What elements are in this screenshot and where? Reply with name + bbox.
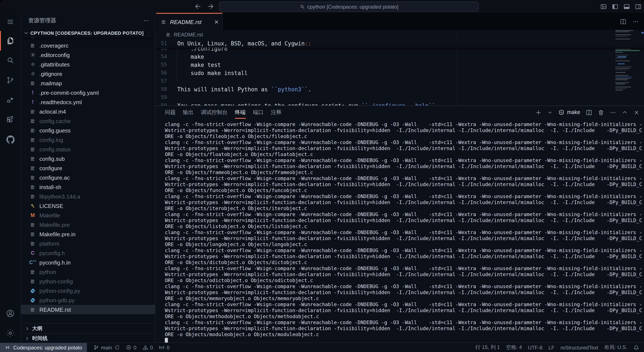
file-.pre-commit-config.yaml[interactable]: !.pre-commit-config.yaml — [21, 88, 155, 97]
makefile-icon: M — [30, 212, 36, 219]
panel-split-icon[interactable] — [586, 109, 592, 116]
file-aclocal.m4[interactable]: aclocal.m4 — [21, 107, 155, 116]
file-libpython3.14d.a[interactable]: libpython3.14d.a — [21, 192, 155, 201]
panel-tab-终端[interactable]: 终端 — [235, 106, 246, 119]
file-.gitattributes[interactable]: .gitattributes — [21, 60, 155, 69]
terminal-output[interactable]: clang -c -fno-strict-overflow -Wsign-com… — [156, 119, 644, 343]
panel-tab-输出[interactable]: 输出 — [183, 106, 194, 119]
file-config.status[interactable]: config.status — [21, 144, 155, 154]
file-pyconfig.h[interactable]: Cpyconfig.h — [21, 248, 155, 258]
panel-tab-端口[interactable]: 端口 — [253, 106, 264, 119]
file-config.sub[interactable]: config.sub — [21, 154, 155, 163]
status-notifications[interactable] — [630, 343, 642, 352]
file-pyconfig.h.in[interactable]: C++pyconfig.h.in — [21, 258, 155, 267]
minimap-bar — [615, 84, 625, 84]
breadcrumb[interactable]: README.rst — [156, 30, 644, 40]
file-config.guess[interactable]: config.guess — [21, 126, 155, 135]
file-.editorconfig[interactable]: .editorconfig — [21, 50, 155, 60]
file-label: python-config — [40, 278, 73, 284]
minimap-row — [615, 52, 641, 53]
status-errors[interactable]: 0 — [123, 343, 140, 352]
editor-more-actions-icon[interactable] — [632, 18, 639, 25]
file-label: Makefile — [40, 212, 60, 219]
titlebar-panel-bottom-icon[interactable] — [624, 3, 630, 10]
file-.coveragerc[interactable]: .coveragerc — [21, 41, 155, 50]
minimap-bar — [615, 55, 628, 55]
status-label: 行 15, 列 1 — [475, 344, 500, 351]
status-ports[interactable]: 0 — [156, 343, 172, 352]
terminal-plus-icon[interactable] — [536, 109, 542, 116]
status-branch[interactable]: main — [90, 343, 123, 352]
terminal-instance-make[interactable]: make — [558, 109, 580, 115]
editor-pane[interactable]: README.rst 51On Unix, Linux, BSD, macOS,… — [156, 30, 644, 105]
nav-back-icon[interactable] — [195, 4, 201, 9]
activity-search[interactable] — [0, 51, 20, 70]
code-segment: On Unix, Linux, BSD, macOS, and Cygwin — [177, 40, 305, 47]
status-eol[interactable]: LF — [546, 343, 558, 352]
panel-tab-调试控制台[interactable]: 调试控制台 — [201, 106, 228, 119]
file-Makefile.pre[interactable]: Makefile.pre — [21, 220, 155, 229]
tab-readme-rst[interactable]: README.rst ✕ — [156, 13, 223, 30]
status-keyboard-layout[interactable]: 布局: U.S. — [601, 343, 630, 352]
file-LICENSE[interactable]: LICENSE — [21, 201, 155, 211]
file-Makefile[interactable]: MMakefile — [21, 211, 155, 220]
status-label: main — [101, 344, 112, 350]
activity-run-debug[interactable] — [0, 90, 20, 110]
panel-tab-注释[interactable]: 注释 — [271, 106, 282, 119]
activity-settings[interactable] — [0, 323, 20, 343]
terminal-line: ORE -o Objects/frameobject.o Objects/fra… — [165, 169, 644, 175]
terminal-line: Wstrict-prototypes -Werror=implicit-func… — [165, 181, 644, 187]
outline-section[interactable]: 大纲 — [21, 323, 155, 333]
file-python-config.py[interactable]: python-config.py — [21, 286, 155, 295]
file-config.cache[interactable]: config.cache — [21, 116, 155, 126]
split-editor-icon[interactable] — [620, 18, 626, 25]
titlebar-panel-right-icon[interactable] — [635, 3, 642, 10]
activity-github[interactable] — [0, 129, 20, 149]
titlebar-layout-icon[interactable] — [600, 3, 607, 10]
file-configure.ac[interactable]: configure.ac — [21, 173, 155, 182]
panel-trash-icon[interactable] — [598, 109, 604, 116]
file-platform[interactable]: platform — [21, 239, 155, 248]
file-.readthedocs.yml[interactable]: !.readthedocs.yml — [21, 97, 155, 107]
project-section-header[interactable]: CPYTHON [CODESPACES: UPGRADED POTATO] — [21, 28, 155, 38]
remote-indicator[interactable]: Codespaces: upgraded potato — [0, 343, 87, 352]
status-warnings[interactable]: 0 — [140, 343, 156, 352]
minimap-bar — [615, 75, 628, 76]
file-.gitignore[interactable]: .gitignore — [21, 69, 155, 78]
code-area[interactable]: 51On Unix, Linux, BSD, macOS, and Cygwin… — [156, 40, 644, 105]
nav-forward-icon[interactable] — [208, 4, 214, 9]
file-label: .pre-commit-config.yaml — [40, 89, 99, 96]
activity-extensions[interactable] — [0, 110, 20, 129]
panel-close-icon[interactable] — [633, 109, 640, 116]
titlebar-panel-left-icon[interactable] — [612, 3, 618, 10]
code-segment: This will install Python as — [177, 86, 271, 93]
file-README.rst[interactable]: README.rst — [21, 305, 155, 314]
file-python-config[interactable]: python-config — [21, 277, 155, 286]
command-center-search[interactable]: cpython [Codespaces: upgraded potato] — [219, 2, 479, 12]
file-label: python-gdb.py — [40, 297, 75, 303]
file-.mailmap[interactable]: .mailmap — [21, 78, 155, 88]
explorer-more-actions-icon[interactable] — [143, 18, 149, 24]
tab-close-icon[interactable]: ✕ — [214, 19, 219, 25]
activity-account[interactable] — [0, 303, 20, 323]
activity-source-control[interactable] — [0, 70, 20, 90]
status-cursor-position[interactable]: 行 15, 列 1 — [472, 343, 503, 352]
panel-ellipsis-icon[interactable] — [610, 109, 616, 116]
text-file-icon — [30, 278, 36, 284]
status-encoding[interactable]: UTF-8 — [525, 343, 546, 352]
file-python[interactable]: python — [21, 267, 155, 277]
file-install-sh[interactable]: install-sh — [21, 182, 155, 192]
status-language-mode[interactable]: reStructuredText — [558, 343, 601, 352]
file-Makefile.pre.in[interactable]: Makefile.pre.in — [21, 229, 155, 239]
panel-chevron-up-icon[interactable] — [622, 109, 628, 115]
activity-menu[interactable] — [0, 13, 20, 31]
panel-tab-问题[interactable]: 问题 — [165, 106, 176, 119]
file-python-gdb.py[interactable]: python-gdb.py — [21, 295, 155, 305]
activity-explorer[interactable] — [0, 31, 20, 51]
terminal-chevron-down-icon[interactable] — [548, 110, 553, 115]
search-icon — [300, 4, 305, 9]
timeline-section[interactable]: 时间线 — [21, 333, 155, 343]
status-indentation[interactable]: 空格: 4 — [503, 343, 525, 352]
file-configure[interactable]: configure — [21, 163, 155, 173]
file-config.log[interactable]: config.log — [21, 135, 155, 144]
